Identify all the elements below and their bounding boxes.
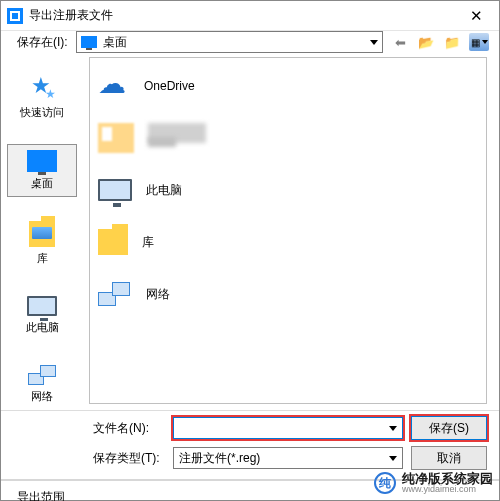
onedrive-icon xyxy=(98,75,130,97)
item-label: 此电脑 xyxy=(146,182,182,199)
save-in-value: 桌面 xyxy=(103,34,127,51)
network-icon xyxy=(28,365,56,385)
watermark-logo-icon: 纯 xyxy=(374,472,396,494)
item-label: 库 xyxy=(142,234,154,251)
places-bar: 快速访问 桌面 库 此电脑 网络 xyxy=(1,53,83,410)
item-label: OneDrive xyxy=(144,79,195,93)
watermark: 纯 纯净版系统家园 www.yidaimei.com xyxy=(374,472,493,494)
close-button[interactable]: ✕ xyxy=(454,1,499,31)
file-list[interactable]: OneDrive 此电脑 库 网络 xyxy=(89,57,487,404)
place-label: 桌面 xyxy=(31,176,53,191)
place-label: 快速访问 xyxy=(20,105,64,120)
save-in-row: 保存在(I): 桌面 ⬅ 📂 📁 ▦ xyxy=(1,31,499,53)
save-in-combo[interactable]: 桌面 xyxy=(76,31,383,53)
library-icon xyxy=(29,221,55,247)
list-item[interactable] xyxy=(98,118,478,158)
filetype-combo[interactable]: 注册文件(*.reg) xyxy=(173,447,403,469)
desktop-icon xyxy=(27,150,57,172)
chevron-down-icon xyxy=(389,426,397,431)
desktop-icon xyxy=(81,36,97,48)
place-label: 网络 xyxy=(31,389,53,404)
library-icon xyxy=(98,229,128,255)
list-item[interactable]: 库 xyxy=(98,222,478,262)
filename-label: 文件名(N): xyxy=(93,420,165,437)
quick-access-icon xyxy=(29,75,55,101)
network-icon xyxy=(98,282,132,306)
titlebar: 导出注册表文件 ✕ xyxy=(1,1,499,31)
new-folder-icon[interactable]: 📁 xyxy=(443,33,461,51)
cancel-button[interactable]: 取消 xyxy=(411,446,487,470)
filetype-label: 保存类型(T): xyxy=(93,450,165,467)
list-item[interactable]: 此电脑 xyxy=(98,170,478,210)
dialog-body: 快速访问 桌面 库 此电脑 网络 OneDrive xyxy=(1,53,499,411)
this-pc-icon xyxy=(98,179,132,201)
up-folder-icon[interactable]: 📂 xyxy=(417,33,435,51)
place-library[interactable]: 库 xyxy=(7,215,77,272)
folder-icon xyxy=(98,123,134,153)
place-desktop[interactable]: 桌面 xyxy=(7,144,77,197)
place-this-pc[interactable]: 此电脑 xyxy=(7,290,77,341)
place-network[interactable]: 网络 xyxy=(7,359,77,410)
filename-area: 文件名(N): 保存(S) 保存类型(T): 注册文件(*.reg) 取消 xyxy=(1,411,499,475)
chevron-down-icon xyxy=(370,40,378,45)
filename-input[interactable] xyxy=(173,417,403,439)
export-registry-dialog: 导出注册表文件 ✕ 保存在(I): 桌面 ⬅ 📂 📁 ▦ 快速访问 桌面 xyxy=(0,0,500,501)
save-button[interactable]: 保存(S) xyxy=(411,416,487,440)
save-in-label: 保存在(I): xyxy=(17,34,68,51)
view-mode-button[interactable]: ▦ xyxy=(469,33,489,51)
filetype-value: 注册文件(*.reg) xyxy=(179,450,260,467)
this-pc-icon xyxy=(27,296,57,316)
place-label: 此电脑 xyxy=(26,320,59,335)
chevron-down-icon xyxy=(389,456,397,461)
regedit-icon xyxy=(7,8,23,24)
toolbar-icons: ⬅ 📂 📁 ▦ xyxy=(391,33,489,51)
watermark-url: www.yidaimei.com xyxy=(402,485,493,494)
list-item[interactable]: 网络 xyxy=(98,274,478,314)
item-label: 网络 xyxy=(146,286,170,303)
redacted-label xyxy=(148,123,206,153)
back-icon[interactable]: ⬅ xyxy=(391,33,409,51)
place-quick-access[interactable]: 快速访问 xyxy=(7,69,77,126)
list-item[interactable]: OneDrive xyxy=(98,66,478,106)
place-label: 库 xyxy=(37,251,48,266)
window-title: 导出注册表文件 xyxy=(29,7,454,24)
